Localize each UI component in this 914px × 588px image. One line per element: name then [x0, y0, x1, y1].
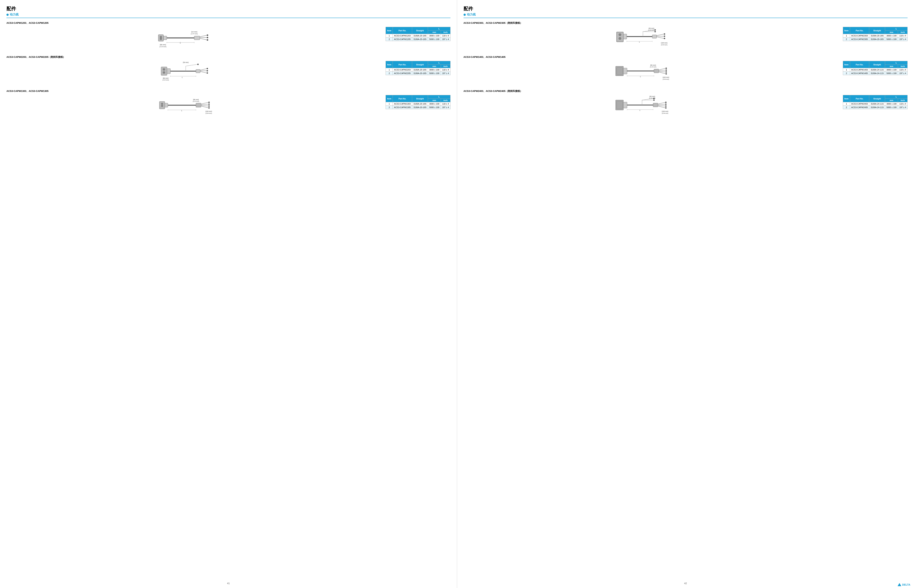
section-content-5: (65 mm) (3.15 inch) (100 mm) (3.94 inch)… [463, 61, 908, 84]
svg-rect-91 [623, 68, 627, 74]
svg-text:(3.94 inch): (3.94 inch) [663, 78, 669, 80]
section-content-6: (65 mm) (3.15 inch) (100 mm) (3.94 inch)… [463, 95, 908, 118]
section-title-1: ACS3-CAPW1203、ACS3-CAPW1205 [6, 21, 451, 25]
subtitle-bullet [6, 14, 9, 16]
th-partno: Part No. [393, 27, 412, 34]
table-row: 1 ACS3-CAPW1303 3106A-20-18S 3000 ± 100 … [386, 102, 450, 106]
svg-rect-74 [652, 35, 656, 38]
svg-text:(100 mm): (100 mm) [661, 42, 668, 44]
svg-line-123 [658, 106, 666, 108]
svg-text:(65 mm): (65 mm) [649, 95, 655, 97]
svg-line-95 [659, 70, 666, 71]
svg-point-78 [664, 33, 665, 35]
section-capw1403: ACS3-CAPW1403、ACS3-CAPW1405 [463, 55, 908, 84]
left-page: 配件 动力线 ACS3-CAPW1203、ACS3-CAPW1205 [0, 0, 457, 588]
svg-point-71 [655, 29, 656, 31]
spec-table-5: Item Part No. Straight L mm inch [843, 61, 908, 75]
right-page: 配件 动力线 ACS3-CAPW2303、ACS3-CAPW2305（附刹车接线… [457, 0, 914, 588]
svg-text:(10 mm): (10 mm) [191, 31, 197, 33]
svg-line-94 [659, 68, 666, 70]
svg-text:(100 mm): (100 mm) [663, 76, 669, 78]
th-item: Item [386, 27, 393, 34]
delta-logo: DELTA [898, 583, 910, 586]
svg-rect-111 [616, 101, 622, 109]
section-title-5: ACS3-CAPW1403、ACS3-CAPW1405 [463, 55, 908, 59]
svg-rect-23 [167, 69, 170, 74]
table-row: 2 ACS3-CAPW1305 3106A-20-18S 5000 ± 100 … [386, 106, 450, 109]
section-content-1: (10 mm) (1.97 inch) (80 mm) (3.15 inch) … [6, 27, 451, 50]
page-number-left: 41 [227, 582, 230, 585]
svg-rect-5 [194, 36, 200, 40]
svg-point-11 [207, 39, 208, 41]
diagram-5: (65 mm) (3.15 inch) (100 mm) (3.94 inch)… [463, 61, 839, 84]
svg-line-48 [201, 102, 209, 104]
spec-table-3: Item Part No. Straight L mm inch [386, 95, 450, 109]
section-capw1303: ACS3-CAPW1303、ACS3-CAPW1305 [6, 89, 451, 118]
th-inch: inch [441, 31, 450, 34]
svg-text:(3.15 inch): (3.15 inch) [193, 100, 199, 102]
section-content-4: (65 mm) (3.15 inch) (100 mm) (3.94 inch)… [463, 27, 908, 50]
section-content-2: (50 mm) (80 mm) (3.15 inch) L [6, 61, 451, 84]
svg-text:(3.94 inch): (3.94 inch) [662, 113, 668, 114]
diagram-2: (50 mm) (80 mm) (3.15 inch) L [6, 61, 382, 84]
svg-point-73 [655, 31, 656, 32]
spec-table-4: Item Part No. Straight L mm inch [843, 27, 908, 41]
svg-text:(3.94 inch): (3.94 inch) [206, 113, 212, 114]
svg-point-124 [665, 102, 666, 103]
svg-text:(100 mm): (100 mm) [206, 110, 212, 112]
svg-point-101 [666, 73, 667, 74]
svg-text:(3.15 inch): (3.15 inch) [650, 66, 656, 68]
svg-rect-119 [653, 103, 658, 107]
svg-line-29 [200, 69, 207, 70]
svg-point-65 [619, 34, 621, 36]
svg-point-53 [208, 103, 210, 105]
subtitle-bullet-r [463, 14, 466, 16]
svg-text:L: L [182, 76, 183, 78]
diagram-3: (80 mm) (3.15 inch) (100 mm) (3.94 inch)… [6, 95, 382, 118]
svg-line-97 [659, 72, 666, 74]
svg-point-44 [161, 105, 163, 107]
table-row: 2 ACS3-CAPW2405 3106A-24-11S 5000 ± 100 … [843, 106, 908, 109]
section-title-2: ACS3-CAPW2203、ACS3-CAPW2205（附刹车接线） [6, 55, 451, 59]
page-number-right: 42 [684, 582, 687, 585]
table-2: Item Part No. Straight L mm inch [386, 61, 450, 75]
right-subtitle: 动力线 [463, 13, 908, 18]
table-row: 2 ACS3-CAPW1205 3106A-20-18S 5000 ± 100 … [386, 37, 450, 41]
table-row: 1 ACS3-CAPW1403 3106A-24-11S 3000 ± 100 … [843, 68, 908, 72]
svg-line-75 [656, 34, 664, 36]
svg-line-49 [201, 104, 209, 105]
svg-text:(1.97 inch): (1.97 inch) [191, 33, 198, 35]
svg-rect-28 [196, 69, 200, 73]
left-subtitle: 动力线 [6, 13, 451, 18]
section-capw1203: ACS3-CAPW1203、ACS3-CAPW1205 [6, 21, 451, 50]
table-6: Item Part No. Straight L mm inch [843, 95, 908, 109]
svg-point-55 [208, 107, 210, 108]
svg-line-121 [658, 104, 666, 105]
svg-text:(80 mm): (80 mm) [163, 78, 169, 79]
section-capw2403: ACS3-CAPW2403、ACS3-CAPW2405（附刹车接线） [463, 89, 908, 118]
table-1: Item Part No. Straight L mm inch [386, 27, 450, 41]
svg-text:(65 mm): (65 mm) [648, 27, 654, 29]
svg-point-21 [163, 68, 165, 71]
svg-point-52 [208, 102, 210, 103]
svg-point-10 [207, 37, 208, 38]
svg-point-34 [207, 72, 208, 74]
svg-point-127 [665, 107, 666, 108]
right-header: 配件 动力线 [463, 5, 908, 18]
table-3: Item Part No. Straight L mm inch [386, 95, 450, 109]
table-row: 2 ACS3-CAPW2205 3106A-20-18S 5000 ± 100 … [386, 72, 450, 75]
svg-point-43 [161, 103, 163, 105]
svg-rect-112 [623, 102, 627, 108]
svg-line-8 [200, 38, 207, 40]
spec-table-6: Item Part No. Straight L mm inch [843, 95, 908, 109]
section-capw2203: ACS3-CAPW2203、ACS3-CAPW2205（附刹车接线） [6, 55, 451, 84]
table-row: 1 ACS3-CAPW2303 3106A-20-18S 3000 ± 100 … [843, 34, 908, 37]
svg-line-6 [200, 35, 207, 37]
delta-text: DELTA [902, 583, 910, 586]
right-title: 配件 [463, 5, 908, 12]
th-straight: Straight [412, 27, 428, 34]
svg-point-54 [208, 105, 210, 107]
section-content-3: (80 mm) (3.15 inch) (100 mm) (3.94 inch)… [6, 95, 451, 118]
svg-line-50 [201, 105, 209, 106]
left-header: 配件 动力线 [6, 5, 451, 18]
